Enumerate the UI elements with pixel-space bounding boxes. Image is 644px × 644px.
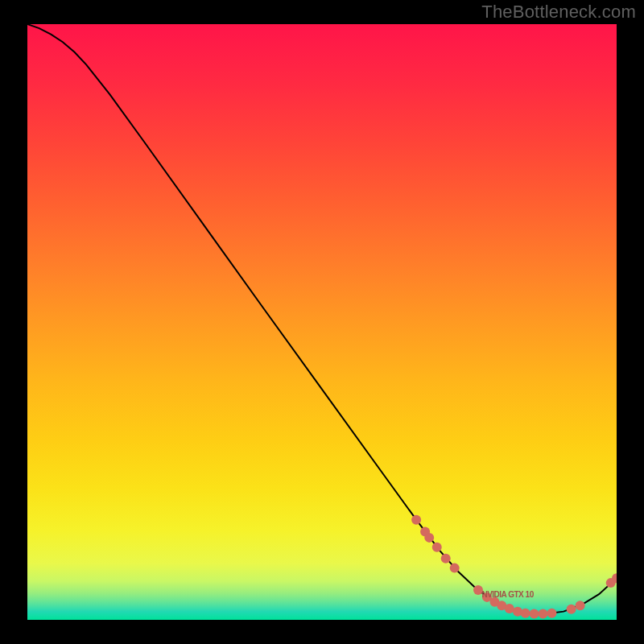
data-dot xyxy=(441,554,451,564)
data-dot xyxy=(505,604,514,613)
data-dot xyxy=(521,609,530,618)
data-dot xyxy=(411,515,421,525)
data-dot xyxy=(539,609,548,619)
data-dot xyxy=(530,609,539,619)
plot-area: NVIDIA GTX 10 xyxy=(27,24,617,620)
data-dot xyxy=(432,543,442,552)
data-dot xyxy=(450,564,460,573)
data-dot xyxy=(576,601,585,610)
watermark-text: TheBottleneck.com xyxy=(481,2,636,23)
data-dot xyxy=(547,609,556,618)
curve-inline-label: NVIDIA GTX 10 xyxy=(481,590,534,599)
data-dot xyxy=(424,533,434,543)
chart-frame: TheBottleneck.com NVIDIA GTX 10 xyxy=(0,0,644,644)
data-dot xyxy=(567,605,576,614)
bottleneck-curve-chart: NVIDIA GTX 10 xyxy=(27,24,617,620)
gradient-background xyxy=(27,24,617,620)
